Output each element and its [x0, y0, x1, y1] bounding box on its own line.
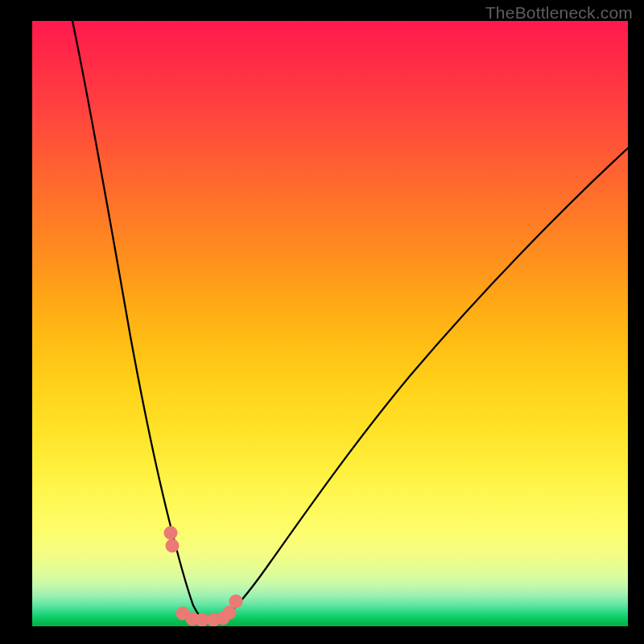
chart-frame: TheBottleneck.com	[0, 0, 644, 644]
data-point	[164, 526, 178, 540]
data-point	[229, 595, 243, 609]
data-point	[166, 539, 180, 553]
curve-right-branch	[219, 148, 628, 620]
curves-layer	[32, 21, 628, 626]
plot-area	[32, 21, 628, 626]
watermark-text: TheBottleneck.com	[485, 3, 633, 23]
curve-left-branch	[72, 21, 204, 620]
